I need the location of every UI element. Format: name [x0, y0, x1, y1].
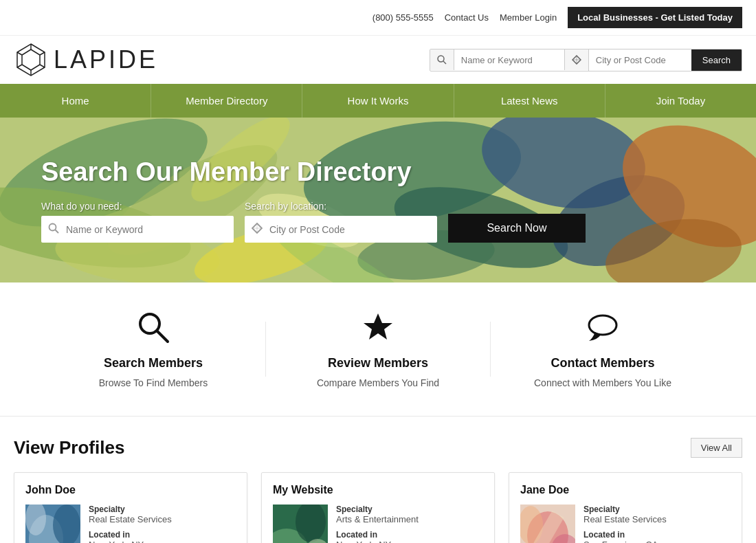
profile-image-3 — [520, 505, 575, 543]
profile-body-2: Specialty Arts & Entertainment Located i… — [273, 505, 483, 543]
profile-image-1 — [25, 505, 80, 543]
svg-point-37 — [589, 315, 616, 335]
header-search-bar: Search — [430, 49, 742, 71]
svg-line-7 — [17, 52, 22, 55]
profile-location-label-1: Located in — [89, 530, 236, 540]
profile-name-2: My Website — [273, 484, 483, 496]
phone-number: (800) 555-5555 — [373, 12, 434, 23]
hero-location-icon — [245, 216, 269, 243]
main-nav: Home Member Directory How It Works Lates… — [0, 84, 756, 118]
logo-icon — [14, 43, 48, 77]
hero-keyword-group: What do you need: — [41, 201, 234, 243]
profile-specialty-3: Real Estate Services — [583, 514, 731, 524]
hero-where-label: Search by location: — [245, 201, 437, 212]
hero-keyword-input[interactable] — [66, 217, 234, 242]
location-icon — [572, 55, 581, 65]
nav-item-join-today[interactable]: Join Today — [605, 84, 756, 118]
header-search-icon-wrap — [430, 49, 454, 70]
svg-line-9 — [443, 61, 446, 64]
feature-review: Review Members Compare Members You Find — [266, 310, 490, 388]
header: LAPIDE Search — [0, 36, 756, 84]
profile-location-label-3: Located in — [583, 530, 731, 540]
profile-image-2 — [273, 505, 328, 543]
profile-info-1: Specialty Real Estate Services Located i… — [89, 505, 236, 543]
hero-section: Search Our Member Directory What do you … — [0, 118, 756, 282]
member-login-link[interactable]: Member Login — [500, 12, 557, 23]
header-location-icon-wrap — [564, 49, 588, 70]
header-location-input[interactable] — [588, 49, 691, 71]
logo: LAPIDE — [14, 43, 158, 77]
hero-what-label: What do you need: — [41, 201, 234, 212]
profile-card-3: Jane Doe Specialty Real Estate Services … — [509, 472, 742, 543]
review-members-title: Review Members — [328, 356, 428, 370]
hero-location-input-wrap — [245, 216, 437, 243]
search-icon — [437, 55, 447, 65]
profile-name-1: John Doe — [25, 484, 236, 496]
profile-name-3: Jane Doe — [520, 484, 731, 496]
svg-line-4 — [40, 65, 45, 67]
profile-specialty-1: Real Estate Services — [89, 514, 236, 524]
hero-keyword-input-wrap — [41, 216, 234, 243]
header-keyword-input[interactable] — [454, 49, 564, 71]
hero-location-input[interactable] — [269, 217, 437, 242]
profile-body-3: Specialty Real Estate Services Located i… — [520, 505, 731, 543]
contact-members-icon — [586, 310, 620, 349]
profile-body-1: Specialty Real Estate Services Located i… — [25, 505, 236, 543]
nav-item-latest-news[interactable]: Latest News — [454, 84, 605, 118]
hero-location-group: Search by location: — [245, 201, 437, 243]
profile-info-2: Specialty Arts & Entertainment Located i… — [336, 505, 483, 543]
profiles-header: View Profiles View All — [14, 437, 742, 458]
svg-line-6 — [17, 65, 22, 67]
profile-card-1: John Doe Specialty Real Estate Services … — [14, 472, 247, 543]
get-listed-button[interactable]: Local Businesses - Get Listed Today — [568, 7, 742, 28]
top-bar: (800) 555-5555 Contact Us Member Login L… — [0, 0, 756, 36]
header-search-button[interactable]: Search — [691, 49, 742, 71]
features-section: Search Members Browse To Find Members Re… — [0, 282, 756, 417]
profile-location-3: San Francisco, CA — [583, 540, 731, 543]
view-all-button[interactable]: View All — [691, 438, 742, 458]
top-bar-links: (800) 555-5555 Contact Us Member Login — [373, 12, 557, 23]
hero-search-icon — [41, 216, 66, 243]
contact-members-desc: Connect with Members You Like — [534, 377, 671, 388]
profile-specialty-label-2: Specialty — [336, 505, 483, 514]
profile-location-1: New York, NY — [89, 540, 236, 543]
hero-search-now-button[interactable]: Search Now — [448, 214, 586, 243]
nav-item-how-it-works[interactable]: How It Works — [302, 84, 454, 118]
feature-contact: Contact Members Connect with Members You… — [491, 310, 715, 388]
svg-line-35 — [157, 331, 168, 342]
profile-specialty-label-3: Specialty — [583, 505, 731, 514]
svg-marker-36 — [364, 313, 392, 340]
svg-line-3 — [40, 52, 45, 55]
hero-title: Search Our Member Directory — [41, 157, 715, 187]
search-members-desc: Browse To Find Members — [99, 377, 208, 388]
review-members-icon — [361, 310, 395, 349]
search-members-title: Search Members — [104, 356, 203, 370]
nav-item-member-directory[interactable]: Member Directory — [151, 84, 302, 118]
svg-marker-1 — [22, 49, 40, 70]
hero-search-row: What do you need: Search by location: — [41, 201, 715, 243]
hero-content: Search Our Member Directory What do you … — [41, 157, 715, 243]
feature-search: Search Members Browse To Find Members — [41, 310, 265, 388]
search-members-icon — [136, 310, 170, 349]
nav-item-home[interactable]: Home — [0, 84, 151, 118]
profiles-grid: John Doe Specialty Real Estate Services … — [14, 472, 742, 543]
profile-specialty-2: Arts & Entertainment — [336, 514, 483, 524]
profile-location-label-2: Located in — [336, 530, 483, 540]
profile-specialty-label-1: Specialty — [89, 505, 236, 514]
contact-members-title: Contact Members — [551, 356, 654, 370]
profiles-title: View Profiles — [14, 437, 124, 458]
logo-text: LAPIDE — [54, 45, 158, 74]
profiles-section: View Profiles View All John Doe Specialt… — [0, 417, 756, 543]
svg-point-29 — [49, 224, 56, 231]
svg-line-30 — [56, 230, 59, 234]
profile-location-2: New York, NY — [336, 540, 483, 543]
profile-info-3: Specialty Real Estate Services Located i… — [583, 505, 731, 543]
svg-point-8 — [438, 56, 444, 62]
contact-us-link[interactable]: Contact Us — [445, 12, 489, 23]
profile-card-2: My Website Specialty Arts & Entertainmen… — [261, 472, 495, 543]
review-members-desc: Compare Members You Find — [317, 377, 439, 388]
